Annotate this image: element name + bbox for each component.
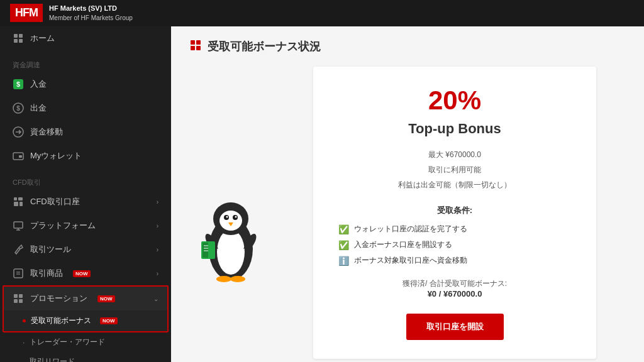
logo-text: HF Markets (SV) LTD Member of HF Markets… (49, 4, 133, 22)
promo-section: プロモーション NOW ⌄ 受取可能ボーナス NOW (3, 285, 169, 332)
products-badge: NOW (73, 270, 91, 277)
transfer-label: 資金移動 (30, 126, 63, 138)
wallet-icon (13, 150, 24, 162)
top-header: HFM HF Markets (SV) LTD Member of HF Mar… (0, 0, 644, 26)
reward-summary: 獲得済/ 合計受取可能ボーナス: ¥0 / ¥670000.0 (338, 278, 571, 299)
sidebar-item-products[interactable]: 取引商品 NOW › (0, 261, 171, 285)
svg-rect-22 (19, 294, 23, 298)
bonus-badge: NOW (100, 317, 118, 324)
logo-box: HFM (10, 4, 43, 22)
svg-rect-13 (14, 202, 18, 206)
svg-text:$: $ (16, 80, 20, 88)
products-icon (13, 268, 24, 279)
condition-item-2: ✅ 入金ボーナス口座を開設する (338, 239, 571, 250)
sidebar-item-deposit[interactable]: $ 入金 (0, 72, 171, 96)
svg-point-32 (219, 211, 242, 231)
grid-icon (190, 40, 201, 53)
platform-arrow-icon: › (157, 222, 158, 229)
info-icon-3: ℹ️ (338, 256, 349, 266)
products-label: 取引商品 (30, 268, 63, 279)
svg-rect-3 (19, 39, 23, 43)
promotion-label: プロモーション (30, 293, 87, 304)
bonus-detail3: 利益は出金可能（制限一切なし） (338, 177, 571, 192)
bonus-type: Top-up Bonus (338, 121, 571, 137)
cfd-account-label: CFD取引口座 (30, 196, 80, 207)
deposit-label: 入金 (30, 79, 47, 90)
svg-rect-26 (196, 40, 201, 45)
sidebar-item-platform[interactable]: プラットフォーム › (0, 214, 171, 238)
svg-rect-40 (203, 243, 208, 258)
svg-rect-27 (191, 46, 195, 50)
sidebar-item-home[interactable]: ホーム (0, 26, 171, 50)
condition-item-3: ℹ️ ボーナス対象取引口座へ資金移動 (338, 255, 571, 266)
content-area: 受取可能ボーナス状況 (171, 26, 644, 362)
cfd-arrow-icon: › (157, 199, 158, 206)
bonus-card: 20% Top-up Bonus 最大 ¥670000.0 取引に利用可能 利益… (313, 67, 596, 359)
sidebar-item-wallet[interactable]: Myウォレット (0, 144, 171, 168)
open-account-button[interactable]: 取引口座を開設 (406, 314, 504, 340)
svg-text:$: $ (16, 105, 20, 112)
home-label: ホーム (30, 33, 55, 44)
svg-point-35 (226, 216, 228, 218)
svg-rect-18 (14, 269, 23, 278)
promo-icon (13, 293, 24, 304)
svg-rect-24 (19, 299, 23, 303)
svg-rect-1 (19, 34, 23, 38)
svg-rect-14 (19, 202, 23, 206)
check-icon-2: ✅ (338, 240, 349, 250)
sidebar-item-trading-reward[interactable]: · 取引リワード (0, 352, 171, 362)
check-icon-1: ✅ (338, 224, 349, 234)
penguin-illustration (190, 67, 272, 287)
svg-point-38 (230, 276, 245, 282)
bonus-details: 最大 ¥670000.0 取引に利用可能 利益は出金可能（制限一切なし） (338, 147, 571, 192)
page-title-bar: 受取可能ボーナス状況 (190, 39, 625, 54)
promotion-arrow-icon: ⌄ (153, 295, 158, 302)
svg-rect-0 (14, 34, 18, 38)
svg-rect-2 (14, 39, 18, 43)
svg-rect-21 (14, 294, 18, 298)
condition-item-1: ✅ ウォレット口座の認証を完了する (338, 224, 571, 234)
svg-rect-10 (19, 155, 22, 158)
cfd-icon (13, 196, 24, 207)
company-name: HF Markets (SV) LTD (49, 4, 133, 13)
main-layout: ホーム 資金調達 $ 入金 $ 出金 (0, 26, 644, 362)
svg-point-36 (235, 216, 237, 218)
sub-dot-icon (23, 319, 26, 322)
trader-award-label: トレーダー・アワード (30, 337, 105, 348)
available-bonus-label: 受取可能ボーナス (31, 315, 91, 326)
company-sub: Member of HF Markets Group (49, 14, 133, 23)
conditions-list: ✅ ウォレット口座の認証を完了する ✅ 入金ボーナス口座を開設する ℹ️ ボーナ… (338, 224, 571, 266)
bonus-detail2: 取引に利用可能 (338, 162, 571, 177)
svg-rect-11 (14, 197, 17, 200)
svg-point-37 (216, 276, 231, 282)
conditions-title: 受取条件: (338, 205, 571, 216)
reward-value: ¥0 / ¥670000.0 (338, 289, 571, 299)
platform-icon (13, 220, 24, 231)
condition-text-1: ウォレット口座の認証を完了する (354, 224, 467, 234)
svg-rect-12 (18, 197, 23, 200)
condition-text-2: 入金ボーナス口座を開設する (354, 239, 452, 250)
sidebar: ホーム 資金調達 $ 入金 $ 出金 (0, 26, 171, 362)
svg-rect-15 (14, 222, 23, 228)
sidebar-item-promotion[interactable]: プロモーション NOW ⌄ (4, 287, 167, 310)
trading-reward-label: 取引リワード (30, 356, 75, 362)
svg-rect-23 (14, 299, 18, 303)
sidebar-item-transfer[interactable]: 資金移動 (0, 120, 171, 144)
sidebar-item-available-bonus[interactable]: 受取可能ボーナス NOW (4, 310, 167, 331)
sidebar-item-trader-award[interactable]: · トレーダー・アワード (0, 332, 171, 352)
platform-label: プラットフォーム (30, 220, 96, 231)
bonus-detail1: 最大 ¥670000.0 (338, 147, 571, 162)
sidebar-item-tools[interactable]: 取引ツール › (0, 238, 171, 261)
condition-text-3: ボーナス対象取引口座へ資金移動 (354, 255, 467, 266)
sidebar-item-cfd-account[interactable]: CFD取引口座 › (0, 190, 171, 214)
withdraw-icon: $ (13, 102, 24, 114)
transfer-icon (13, 126, 24, 138)
promotion-badge: NOW (97, 295, 115, 302)
svg-rect-28 (196, 46, 201, 50)
bonus-percent: 20% (338, 85, 571, 116)
home-icon (13, 33, 24, 44)
logo-area: HFM HF Markets (SV) LTD Member of HF Mar… (10, 4, 133, 22)
svg-rect-25 (191, 40, 195, 45)
withdraw-label: 出金 (30, 102, 47, 114)
sidebar-item-withdraw[interactable]: $ 出金 (0, 96, 171, 120)
